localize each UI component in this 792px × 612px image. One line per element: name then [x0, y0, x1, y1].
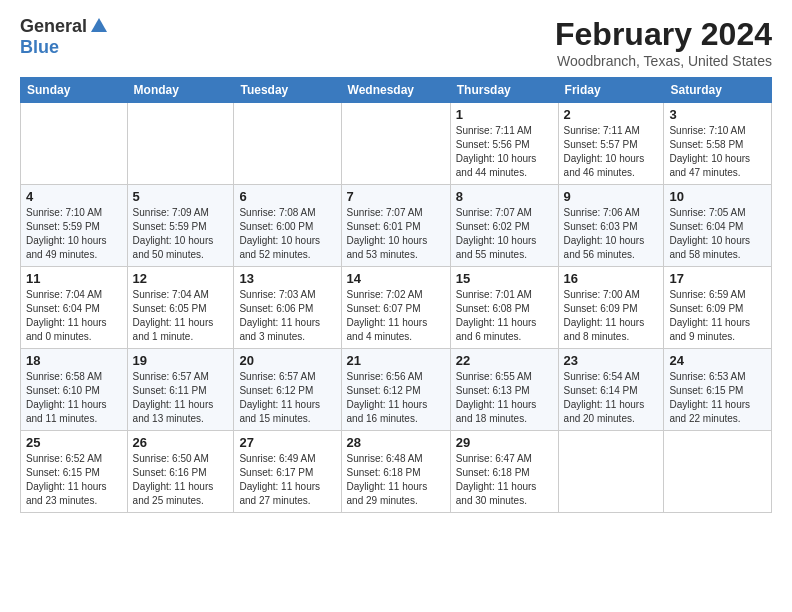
- day-info: Sunrise: 6:54 AM Sunset: 6:14 PM Dayligh…: [564, 370, 659, 426]
- day-info: Sunrise: 7:10 AM Sunset: 5:58 PM Dayligh…: [669, 124, 766, 180]
- day-info: Sunrise: 7:02 AM Sunset: 6:07 PM Dayligh…: [347, 288, 445, 344]
- day-info: Sunrise: 7:06 AM Sunset: 6:03 PM Dayligh…: [564, 206, 659, 262]
- day-number: 25: [26, 435, 122, 450]
- day-number: 15: [456, 271, 553, 286]
- day-info: Sunrise: 7:07 AM Sunset: 6:01 PM Dayligh…: [347, 206, 445, 262]
- day-number: 2: [564, 107, 659, 122]
- table-row: 20Sunrise: 6:57 AM Sunset: 6:12 PM Dayli…: [234, 349, 341, 431]
- day-info: Sunrise: 6:57 AM Sunset: 6:11 PM Dayligh…: [133, 370, 229, 426]
- day-number: 26: [133, 435, 229, 450]
- calendar-week-row: 25Sunrise: 6:52 AM Sunset: 6:15 PM Dayli…: [21, 431, 772, 513]
- day-number: 29: [456, 435, 553, 450]
- table-row: 12Sunrise: 7:04 AM Sunset: 6:05 PM Dayli…: [127, 267, 234, 349]
- table-row: [234, 103, 341, 185]
- day-info: Sunrise: 7:05 AM Sunset: 6:04 PM Dayligh…: [669, 206, 766, 262]
- day-info: Sunrise: 7:04 AM Sunset: 6:04 PM Dayligh…: [26, 288, 122, 344]
- day-number: 20: [239, 353, 335, 368]
- day-number: 24: [669, 353, 766, 368]
- table-row: [664, 431, 772, 513]
- day-info: Sunrise: 6:57 AM Sunset: 6:12 PM Dayligh…: [239, 370, 335, 426]
- day-info: Sunrise: 6:55 AM Sunset: 6:13 PM Dayligh…: [456, 370, 553, 426]
- table-row: 19Sunrise: 6:57 AM Sunset: 6:11 PM Dayli…: [127, 349, 234, 431]
- day-number: 5: [133, 189, 229, 204]
- weekday-header-row: Sunday Monday Tuesday Wednesday Thursday…: [21, 78, 772, 103]
- calendar-title: February 2024: [555, 16, 772, 53]
- day-info: Sunrise: 7:08 AM Sunset: 6:00 PM Dayligh…: [239, 206, 335, 262]
- day-number: 19: [133, 353, 229, 368]
- table-row: 2Sunrise: 7:11 AM Sunset: 5:57 PM Daylig…: [558, 103, 664, 185]
- day-info: Sunrise: 6:50 AM Sunset: 6:16 PM Dayligh…: [133, 452, 229, 508]
- day-info: Sunrise: 7:11 AM Sunset: 5:56 PM Dayligh…: [456, 124, 553, 180]
- table-row: 10Sunrise: 7:05 AM Sunset: 6:04 PM Dayli…: [664, 185, 772, 267]
- day-info: Sunrise: 6:48 AM Sunset: 6:18 PM Dayligh…: [347, 452, 445, 508]
- header-thursday: Thursday: [450, 78, 558, 103]
- calendar-week-row: 1Sunrise: 7:11 AM Sunset: 5:56 PM Daylig…: [21, 103, 772, 185]
- logo-arrow-icon: [91, 18, 107, 36]
- table-row: 7Sunrise: 7:07 AM Sunset: 6:01 PM Daylig…: [341, 185, 450, 267]
- day-info: Sunrise: 7:01 AM Sunset: 6:08 PM Dayligh…: [456, 288, 553, 344]
- day-number: 11: [26, 271, 122, 286]
- header-friday: Friday: [558, 78, 664, 103]
- header-sunday: Sunday: [21, 78, 128, 103]
- day-number: 7: [347, 189, 445, 204]
- day-info: Sunrise: 6:58 AM Sunset: 6:10 PM Dayligh…: [26, 370, 122, 426]
- day-info: Sunrise: 7:11 AM Sunset: 5:57 PM Dayligh…: [564, 124, 659, 180]
- day-number: 18: [26, 353, 122, 368]
- table-row: [21, 103, 128, 185]
- table-row: 21Sunrise: 6:56 AM Sunset: 6:12 PM Dayli…: [341, 349, 450, 431]
- day-number: 22: [456, 353, 553, 368]
- table-row: 1Sunrise: 7:11 AM Sunset: 5:56 PM Daylig…: [450, 103, 558, 185]
- title-section: February 2024 Woodbranch, Texas, United …: [555, 16, 772, 69]
- header-wednesday: Wednesday: [341, 78, 450, 103]
- day-number: 10: [669, 189, 766, 204]
- day-info: Sunrise: 6:56 AM Sunset: 6:12 PM Dayligh…: [347, 370, 445, 426]
- day-number: 6: [239, 189, 335, 204]
- day-info: Sunrise: 6:59 AM Sunset: 6:09 PM Dayligh…: [669, 288, 766, 344]
- table-row: 4Sunrise: 7:10 AM Sunset: 5:59 PM Daylig…: [21, 185, 128, 267]
- day-info: Sunrise: 7:04 AM Sunset: 6:05 PM Dayligh…: [133, 288, 229, 344]
- table-row: 26Sunrise: 6:50 AM Sunset: 6:16 PM Dayli…: [127, 431, 234, 513]
- calendar-week-row: 18Sunrise: 6:58 AM Sunset: 6:10 PM Dayli…: [21, 349, 772, 431]
- day-number: 27: [239, 435, 335, 450]
- logo: General Blue: [20, 16, 107, 58]
- table-row: 9Sunrise: 7:06 AM Sunset: 6:03 PM Daylig…: [558, 185, 664, 267]
- table-row: 18Sunrise: 6:58 AM Sunset: 6:10 PM Dayli…: [21, 349, 128, 431]
- table-row: 23Sunrise: 6:54 AM Sunset: 6:14 PM Dayli…: [558, 349, 664, 431]
- logo-general-text: General: [20, 16, 87, 37]
- day-info: Sunrise: 7:10 AM Sunset: 5:59 PM Dayligh…: [26, 206, 122, 262]
- table-row: 17Sunrise: 6:59 AM Sunset: 6:09 PM Dayli…: [664, 267, 772, 349]
- calendar-subtitle: Woodbranch, Texas, United States: [555, 53, 772, 69]
- table-row: [341, 103, 450, 185]
- table-row: [127, 103, 234, 185]
- calendar-week-row: 11Sunrise: 7:04 AM Sunset: 6:04 PM Dayli…: [21, 267, 772, 349]
- day-number: 4: [26, 189, 122, 204]
- day-info: Sunrise: 6:52 AM Sunset: 6:15 PM Dayligh…: [26, 452, 122, 508]
- table-row: 15Sunrise: 7:01 AM Sunset: 6:08 PM Dayli…: [450, 267, 558, 349]
- day-info: Sunrise: 6:47 AM Sunset: 6:18 PM Dayligh…: [456, 452, 553, 508]
- table-row: 29Sunrise: 6:47 AM Sunset: 6:18 PM Dayli…: [450, 431, 558, 513]
- day-info: Sunrise: 6:53 AM Sunset: 6:15 PM Dayligh…: [669, 370, 766, 426]
- table-row: 16Sunrise: 7:00 AM Sunset: 6:09 PM Dayli…: [558, 267, 664, 349]
- table-row: 28Sunrise: 6:48 AM Sunset: 6:18 PM Dayli…: [341, 431, 450, 513]
- day-info: Sunrise: 7:07 AM Sunset: 6:02 PM Dayligh…: [456, 206, 553, 262]
- day-number: 17: [669, 271, 766, 286]
- day-number: 1: [456, 107, 553, 122]
- header-tuesday: Tuesday: [234, 78, 341, 103]
- table-row: 27Sunrise: 6:49 AM Sunset: 6:17 PM Dayli…: [234, 431, 341, 513]
- table-row: 14Sunrise: 7:02 AM Sunset: 6:07 PM Dayli…: [341, 267, 450, 349]
- day-number: 8: [456, 189, 553, 204]
- day-number: 14: [347, 271, 445, 286]
- page-header: General Blue February 2024 Woodbranch, T…: [20, 16, 772, 69]
- calendar-week-row: 4Sunrise: 7:10 AM Sunset: 5:59 PM Daylig…: [21, 185, 772, 267]
- table-row: 8Sunrise: 7:07 AM Sunset: 6:02 PM Daylig…: [450, 185, 558, 267]
- table-row: 6Sunrise: 7:08 AM Sunset: 6:00 PM Daylig…: [234, 185, 341, 267]
- table-row: [558, 431, 664, 513]
- table-row: 13Sunrise: 7:03 AM Sunset: 6:06 PM Dayli…: [234, 267, 341, 349]
- table-row: 5Sunrise: 7:09 AM Sunset: 5:59 PM Daylig…: [127, 185, 234, 267]
- day-number: 9: [564, 189, 659, 204]
- header-monday: Monday: [127, 78, 234, 103]
- table-row: 22Sunrise: 6:55 AM Sunset: 6:13 PM Dayli…: [450, 349, 558, 431]
- svg-marker-0: [91, 18, 107, 32]
- day-info: Sunrise: 7:03 AM Sunset: 6:06 PM Dayligh…: [239, 288, 335, 344]
- logo-blue-text: Blue: [20, 37, 59, 57]
